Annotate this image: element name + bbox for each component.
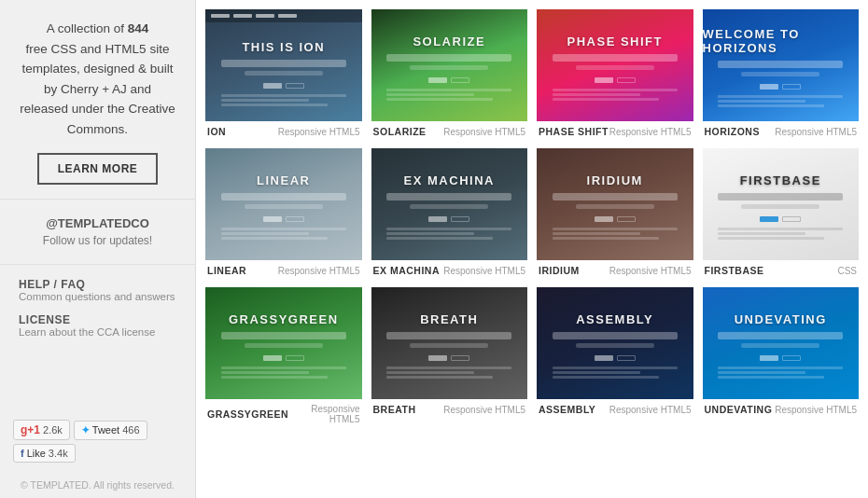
template-thumbnail: THIS IS ION	[205, 9, 362, 121]
card-info: ION Responsive HTML5	[205, 121, 362, 139]
template-card-horizons[interactable]: Welcome to Horizons HORIZONS Responsive …	[703, 9, 860, 139]
template-thumbnail: PHASE SHIFT	[537, 9, 693, 121]
tweet-label: Tweet	[92, 424, 119, 436]
card-type: Responsive HTML5	[775, 405, 857, 415]
card-info: PHASE SHIFT Responsive HTML5	[537, 121, 693, 139]
card-type: Responsive HTML5	[288, 404, 359, 424]
social-sub: Follow us for updates!	[19, 234, 176, 247]
card-type: Responsive HTML5	[443, 127, 525, 137]
like-count: 3.4k	[49, 448, 68, 459]
nav-item-license[interactable]: LICENSE Learn about the CCA license	[19, 313, 176, 338]
card-info: IRIDIUM Responsive HTML5	[537, 260, 693, 278]
google-count: 2.6k	[43, 424, 63, 436]
main-content: THIS IS ION ION Responsive HTML5	[196, 0, 868, 498]
template-card-firstbase[interactable]: FirstBase FIRSTBASE CSS	[703, 148, 860, 278]
template-card-ex-machina[interactable]: EX MACHINA EX MACHINA Responsive HTML5	[371, 148, 528, 278]
thumb-inner: IRIDIUM	[537, 148, 693, 260]
learn-more-button[interactable]: LEARN MORE	[37, 153, 159, 185]
thumb-inner: Welcome to Horizons	[703, 9, 860, 121]
thumb-inner: SOLARIZE	[371, 9, 528, 121]
template-thumbnail: Welcome to Horizons	[703, 9, 860, 121]
sidebar-nav: HELP / FAQ Common questions and answers …	[0, 265, 195, 362]
thumb-inner: FirstBase	[703, 148, 860, 260]
template-thumbnail: EX MACHINA	[371, 148, 528, 260]
twitter-icon: ✦	[81, 424, 90, 436]
thumb-inner: PHASE SHIFT	[537, 9, 693, 121]
card-type: Responsive HTML5	[278, 127, 360, 137]
nav-license-label: LICENSE	[19, 313, 176, 326]
google-plus-button[interactable]: g+1 2.6k	[13, 420, 70, 440]
google-plus-icon: g+1	[21, 423, 40, 436]
facebook-icon: f	[21, 448, 24, 459]
template-thumbnail: SOLARIZE	[371, 9, 528, 121]
card-type: Responsive HTML5	[443, 405, 525, 415]
card-name: FIRSTBASE	[705, 265, 764, 276]
template-card-breath[interactable]: BREATH BREATH Responsive HTML5	[371, 287, 528, 426]
card-name: GRASSYGREEN	[207, 408, 288, 420]
card-info: BREATH Responsive HTML5	[371, 399, 528, 417]
card-type: Responsive HTML5	[775, 127, 857, 137]
social-handle: @TEMPLATEDCO	[19, 216, 176, 230]
tweet-button[interactable]: ✦ Tweet 466	[74, 421, 147, 440]
card-info: SOLARIZE Responsive HTML5	[371, 121, 528, 139]
card-name: HORIZONS	[705, 126, 760, 137]
nav-license-desc: Learn about the CCA license	[19, 326, 176, 338]
card-type: CSS	[837, 266, 857, 276]
template-grid: THIS IS ION ION Responsive HTML5	[205, 9, 859, 426]
thumb-inner: EX MACHINA	[371, 148, 528, 260]
template-thumbnail: IRIDIUM	[537, 148, 693, 260]
template-card-linear[interactable]: Linear LINEAR Responsive HTML5	[205, 148, 362, 278]
card-name: UNDEVATING	[705, 404, 773, 415]
card-type: Responsive HTML5	[278, 266, 360, 276]
sidebar-footer: © TEMPLATED. All rights reserved.	[0, 472, 195, 498]
card-name: IRIDIUM	[539, 265, 580, 276]
template-card-grassygreen[interactable]: GRASSYGREEN GRASSYGREEN Responsive HTML5	[205, 287, 362, 426]
hero-text: A collection of 844 free CSS and HTML5 s…	[19, 19, 176, 140]
thumb-inner: Assembly	[537, 287, 693, 399]
sidebar-social-section: @TEMPLATEDCO Follow us for updates!	[0, 200, 195, 265]
sidebar: A collection of 844 free CSS and HTML5 s…	[0, 0, 196, 498]
card-name: ASSEMBLY	[539, 404, 595, 415]
tweet-count: 466	[122, 424, 139, 436]
thumb-inner: Undevating	[703, 287, 860, 399]
card-info: UNDEVATING Responsive HTML5	[703, 399, 860, 417]
card-type: Responsive HTML5	[609, 266, 692, 276]
thumb-inner: GRASSYGREEN	[205, 287, 362, 399]
card-name: SOLARIZE	[373, 126, 427, 137]
template-thumbnail: Undevating	[703, 287, 860, 399]
template-thumbnail: Linear	[205, 148, 362, 260]
thumb-inner: BREATH	[371, 287, 528, 399]
like-label: Like	[27, 448, 46, 459]
template-card-phase-shift[interactable]: PHASE SHIFT PHASE SHIFT Responsive HTML5	[537, 9, 693, 139]
card-info: EX MACHINA Responsive HTML5	[371, 260, 528, 278]
nav-faq-label: HELP / FAQ	[19, 278, 176, 291]
template-thumbnail: GRASSYGREEN	[205, 287, 362, 399]
card-info: GRASSYGREEN Responsive HTML5	[205, 399, 362, 426]
social-buttons-row: g+1 2.6k ✦ Tweet 466 f Like 3.4k	[0, 420, 195, 472]
card-type: Responsive HTML5	[443, 266, 525, 276]
template-card-undevating[interactable]: Undevating UNDEVATING Responsive HTML5	[703, 287, 860, 426]
template-card-solarize[interactable]: SOLARIZE SOLARIZE Responsive HTML5	[371, 9, 528, 139]
card-info: HORIZONS Responsive HTML5	[703, 121, 860, 139]
template-card-assembly[interactable]: Assembly ASSEMBLY Responsive HTML5	[537, 287, 693, 426]
sidebar-hero: A collection of 844 free CSS and HTML5 s…	[0, 0, 195, 200]
template-thumbnail: BREATH	[371, 287, 528, 399]
nav-faq-desc: Common questions and answers	[19, 291, 176, 302]
template-thumbnail: FirstBase	[703, 148, 860, 260]
thumb-inner: Linear	[205, 148, 362, 260]
card-type: Responsive HTML5	[609, 405, 692, 415]
card-name: LINEAR	[207, 265, 246, 276]
card-info: LINEAR Responsive HTML5	[205, 260, 362, 278]
template-card-ion[interactable]: THIS IS ION ION Responsive HTML5	[205, 9, 362, 139]
template-thumbnail: Assembly	[537, 287, 693, 399]
card-name: BREATH	[373, 404, 416, 415]
thumb-inner: THIS IS ION	[205, 9, 362, 121]
card-info: FIRSTBASE CSS	[703, 260, 860, 278]
card-name: ION	[207, 126, 226, 137]
facebook-like-button[interactable]: f Like 3.4k	[13, 444, 76, 463]
card-name: EX MACHINA	[373, 265, 441, 276]
nav-item-faq[interactable]: HELP / FAQ Common questions and answers	[19, 278, 176, 302]
card-type: Responsive HTML5	[609, 127, 692, 137]
card-name: PHASE SHIFT	[539, 126, 609, 137]
template-card-iridium[interactable]: IRIDIUM IRIDIUM Responsive HTML5	[537, 148, 693, 278]
